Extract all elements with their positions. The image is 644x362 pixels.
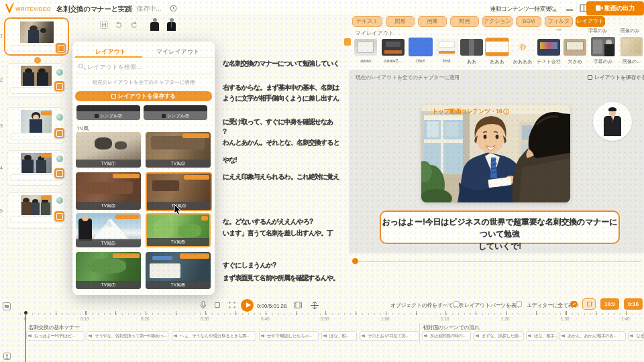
svg-text:A: A [553,8,557,13]
